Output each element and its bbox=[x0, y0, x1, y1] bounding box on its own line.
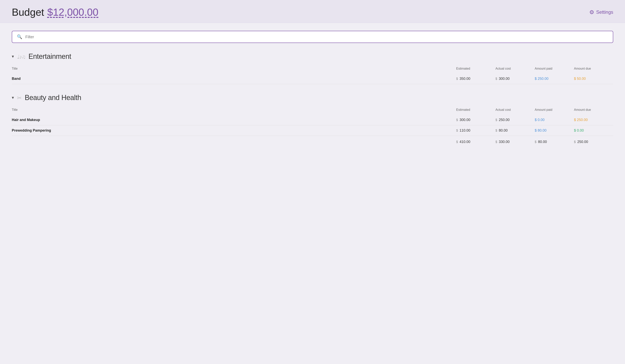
table-header-entertainment: Title Estimated Actual cost Amount paid … bbox=[12, 65, 613, 72]
dollar-icon: $ bbox=[456, 118, 458, 122]
row-due-entertainment-0: $ 50.00 bbox=[574, 77, 613, 81]
col-title: Title bbox=[12, 108, 456, 112]
sections-container: ▾ ♩♪♫ Entertainment Title Estimated Actu… bbox=[12, 52, 613, 147]
total-actual-value: 330.00 bbox=[499, 140, 510, 144]
due-value: $ 250.00 bbox=[574, 118, 588, 122]
filter-bar: 🔍 bbox=[12, 31, 613, 43]
actual-value: 80.00 bbox=[499, 128, 508, 133]
row-actual-beauty-0: $ 250.00 bbox=[496, 118, 535, 122]
section-title-entertainment: Entertainment bbox=[29, 52, 71, 61]
total-estimated-value: 410.00 bbox=[460, 140, 470, 144]
table-row-beauty-1: Prewedding Pampering $ 110.00 $ 80.00 $ … bbox=[12, 125, 613, 136]
estimated-value: 110.00 bbox=[460, 128, 470, 133]
paid-value: $ 250.00 bbox=[535, 77, 548, 81]
table-row-entertainment-0: Band $ 350.00 $ 300.00 $ 250.00 $ 50.00 bbox=[12, 74, 613, 84]
section-header-beauty: ▾ ✂ Beauty and Health bbox=[12, 94, 613, 102]
due-value: $ 0.00 bbox=[574, 128, 584, 133]
row-estimated-beauty-1: $ 110.00 bbox=[456, 128, 496, 133]
estimated-value: 300.00 bbox=[460, 118, 470, 122]
section-icon-entertainment: ♩♪♫ bbox=[17, 53, 25, 60]
total-actual-beauty: $ 330.00 bbox=[496, 140, 535, 144]
gear-icon: ⚙ bbox=[589, 9, 594, 16]
row-title-beauty-1: Prewedding Pampering bbox=[12, 128, 456, 133]
row-due-beauty-0: $ 250.00 bbox=[574, 118, 613, 122]
dollar-icon: $ bbox=[496, 118, 497, 122]
row-paid-beauty-1: $ 80.00 bbox=[535, 128, 574, 133]
actual-value: 300.00 bbox=[499, 77, 510, 81]
settings-label: Settings bbox=[596, 9, 613, 15]
section-icon-beauty: ✂ bbox=[17, 94, 22, 101]
section-table-beauty: Title Estimated Actual cost Amount paid … bbox=[12, 107, 613, 147]
dollar-icon: $ bbox=[456, 140, 458, 144]
dollar-icon: $ bbox=[456, 77, 458, 81]
section-table-entertainment: Title Estimated Actual cost Amount paid … bbox=[12, 65, 613, 84]
filter-input[interactable] bbox=[25, 35, 608, 39]
row-estimated-beauty-0: $ 300.00 bbox=[456, 118, 496, 122]
section-entertainment: ▾ ♩♪♫ Entertainment Title Estimated Actu… bbox=[12, 52, 613, 84]
settings-button[interactable]: ⚙ Settings bbox=[589, 9, 613, 16]
col-amount-due: Amount due bbox=[574, 67, 613, 70]
row-title-entertainment-0: Band bbox=[12, 77, 456, 81]
section-beauty: ▾ ✂ Beauty and Health Title Estimated Ac… bbox=[12, 94, 613, 147]
table-row-beauty-0: Hair and Makeup $ 300.00 $ 250.00 $ 0.00… bbox=[12, 115, 613, 125]
budget-label: Budget bbox=[12, 6, 44, 18]
col-amount-paid: Amount paid bbox=[535, 108, 574, 112]
col-title: Title bbox=[12, 67, 456, 70]
row-paid-entertainment-0: $ 250.00 bbox=[535, 77, 574, 81]
dollar-icon: $ bbox=[496, 77, 497, 81]
main-content: 🔍 ▾ ♩♪♫ Entertainment Title Estimated Ac… bbox=[0, 23, 625, 164]
dollar-icon: $ bbox=[496, 129, 497, 132]
budget-title-area: Budget $12,000.00 bbox=[12, 6, 98, 18]
actual-value: 250.00 bbox=[499, 118, 510, 122]
chevron-entertainment[interactable]: ▾ bbox=[12, 54, 14, 59]
row-due-beauty-1: $ 0.00 bbox=[574, 128, 613, 133]
row-title-beauty-0: Hair and Makeup bbox=[12, 118, 456, 122]
total-due-beauty: $ 250.00 bbox=[574, 140, 613, 144]
table-header-beauty: Title Estimated Actual cost Amount paid … bbox=[12, 107, 613, 113]
paid-value: $ 0.00 bbox=[535, 118, 545, 122]
due-value: $ 50.00 bbox=[574, 77, 586, 81]
totals-row-beauty: $ 410.00 $ 330.00 $ 80.00 $ 250.00 bbox=[12, 137, 613, 147]
section-header-entertainment: ▾ ♩♪♫ Entertainment bbox=[12, 52, 613, 61]
dollar-icon: $ bbox=[456, 129, 458, 132]
total-estimated-beauty: $ 410.00 bbox=[456, 140, 496, 144]
dollar-icon: $ bbox=[535, 140, 536, 144]
chevron-down-icon: ▾ bbox=[12, 54, 14, 59]
row-paid-beauty-0: $ 0.00 bbox=[535, 118, 574, 122]
row-actual-entertainment-0: $ 300.00 bbox=[496, 77, 535, 81]
dollar-icon: $ bbox=[574, 140, 576, 144]
header: Budget $12,000.00 ⚙ Settings bbox=[0, 0, 625, 23]
chevron-down-icon: ▾ bbox=[12, 95, 14, 100]
col-estimated: Estimated bbox=[456, 108, 496, 112]
row-actual-beauty-1: $ 80.00 bbox=[496, 128, 535, 133]
col-amount-due: Amount due bbox=[574, 108, 613, 112]
budget-amount[interactable]: $12,000.00 bbox=[47, 6, 98, 18]
total-due-value: 250.00 bbox=[577, 140, 588, 144]
col-actual-cost: Actual cost bbox=[496, 108, 535, 112]
col-estimated: Estimated bbox=[456, 67, 496, 70]
section-title-beauty: Beauty and Health bbox=[25, 94, 81, 102]
dollar-icon: $ bbox=[496, 140, 497, 144]
chevron-beauty[interactable]: ▾ bbox=[12, 95, 14, 100]
estimated-value: 350.00 bbox=[460, 77, 470, 81]
search-icon: 🔍 bbox=[17, 34, 22, 39]
total-paid-beauty: $ 80.00 bbox=[535, 140, 574, 144]
col-amount-paid: Amount paid bbox=[535, 67, 574, 70]
row-estimated-entertainment-0: $ 350.00 bbox=[456, 77, 496, 81]
total-paid-value: 80.00 bbox=[538, 140, 547, 144]
col-actual-cost: Actual cost bbox=[496, 67, 535, 70]
paid-value: $ 80.00 bbox=[535, 128, 546, 133]
